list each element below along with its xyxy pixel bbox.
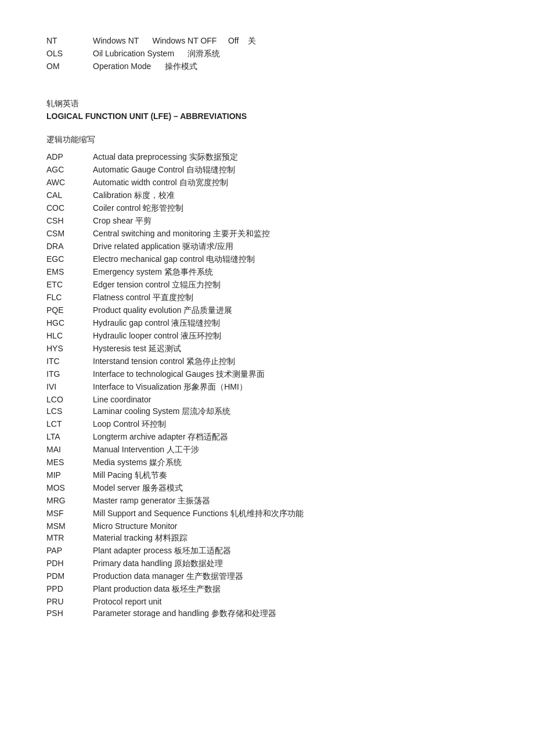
spacer — [46, 73, 488, 85]
abbr-desc: Automatic width control 自动宽度控制 — [93, 177, 488, 189]
abbr-desc: Operation Mode 操作模式 — [93, 60, 488, 73]
abbr-desc: Loop Control 环控制 — [93, 418, 488, 431]
table-row: ITGInterface to technological Gauges 技术测… — [46, 368, 488, 381]
abbr-desc: Media systems 媒介系统 — [93, 456, 488, 469]
table-row: HLCHydraulic looper control 液压环控制 — [46, 330, 488, 343]
table-row: ITCInterstand tension control 紧急停止控制 — [46, 355, 488, 368]
table-row: MOSModel server 服务器模式 — [46, 482, 488, 495]
abbr-code: COC — [46, 202, 93, 215]
abbr-desc: Material tracking 材料跟踪 — [93, 532, 488, 545]
abbr-desc: Hydraulic looper control 液压环控制 — [93, 330, 488, 343]
abbr-code: CSH — [46, 215, 93, 228]
abbr-code: MES — [46, 456, 93, 469]
abbr-code: MIP — [46, 469, 93, 482]
abbr-code: MAI — [46, 444, 93, 456]
table-row: COCCoiler control 蛇形管控制 — [46, 202, 488, 215]
table-row: PAPPlant adapter process 板坯加工适配器 — [46, 545, 488, 557]
abbr-desc: Interface to Visualization 形象界面（HMI） — [93, 381, 488, 394]
table-row: ETCEdger tension control 立辊压力控制 — [46, 279, 488, 291]
abbreviations-table: ADPActual data preprocessing 实际数据预定AGCAu… — [46, 151, 488, 620]
table-row: OM Operation Mode 操作模式 — [46, 60, 488, 73]
table-row: MESMedia systems 媒介系统 — [46, 456, 488, 469]
abbr-code: LCS — [46, 405, 93, 418]
abbr-desc: Central switching and monitoring 主要开关和监控 — [93, 228, 488, 240]
table-row: LCSLaminar cooling System 层流冷却系统 — [46, 405, 488, 418]
abbr-code: HLC — [46, 330, 93, 343]
table-row: AGCAutomatic Gauge Control 自动辊缝控制 — [46, 164, 488, 177]
table-row: MIPMill Pacing 轧机节奏 — [46, 469, 488, 482]
abbr-code: EMS — [46, 266, 93, 279]
abbr-code: ADP — [46, 151, 93, 164]
abbr-desc: Plant adapter process 板坯加工适配器 — [93, 545, 488, 557]
table-row: LCTLoop Control 环控制 — [46, 418, 488, 431]
abbr-code: OM — [46, 60, 93, 73]
abbr-code: CSM — [46, 228, 93, 240]
table-row: AWCAutomatic width control 自动宽度控制 — [46, 177, 488, 189]
abbr-code: MSM — [46, 520, 93, 532]
abbr-code: LCT — [46, 418, 93, 431]
abbr-desc: Protocol report unit — [93, 596, 488, 607]
abbr-code: PPD — [46, 583, 93, 596]
abbr-desc: Product quality evolution 产品质量进展 — [93, 304, 488, 317]
table-row: LTALongterm archive adapter 存档适配器 — [46, 431, 488, 444]
abbr-code: MOS — [46, 482, 93, 495]
section-heading: LOGICAL FUNCTION UNIT (LFE) – ABBREVIATI… — [46, 111, 488, 121]
abbr-desc: Actual data preprocessing 实际数据预定 — [93, 151, 488, 164]
table-row: MSFMill Support and Sequence Functions 轧… — [46, 507, 488, 520]
table-row: MSMMicro Structure Monitor — [46, 520, 488, 532]
abbr-desc: Hydraulic gap control 液压辊缝控制 — [93, 317, 488, 330]
abbr-code: HGC — [46, 317, 93, 330]
table-row: CALCalibration 标度，校准 — [46, 189, 488, 202]
table-row: ADPActual data preprocessing 实际数据预定 — [46, 151, 488, 164]
abbr-desc: Emergency system 紧急事件系统 — [93, 266, 488, 279]
abbr-desc: Calibration 标度，校准 — [93, 189, 488, 202]
abbr-code: ITC — [46, 355, 93, 368]
abbr-desc: Crop shear 平剪 — [93, 215, 488, 228]
table-row: LCOLine coordinator — [46, 394, 488, 405]
abbr-code: IVI — [46, 381, 93, 394]
section-label-2: 逻辑功能缩写 — [46, 135, 488, 145]
table-row: OLS Oil Lubrication System 润滑系统 — [46, 48, 488, 60]
abbr-desc: Production data manager 生产数据管理器 — [93, 570, 488, 583]
abbr-desc: Oil Lubrication System 润滑系统 — [93, 48, 488, 60]
abbr-code: OLS — [46, 48, 93, 60]
table-row: NT Windows NT Windows NT OFF Off 关 — [46, 35, 488, 48]
abbr-code: MTR — [46, 532, 93, 545]
abbr-desc: Longterm archive adapter 存档适配器 — [93, 431, 488, 444]
table-row: PRUProtocol report unit — [46, 596, 488, 607]
abbr-desc: Model server 服务器模式 — [93, 482, 488, 495]
table-row: EGCElectro mechanical gap control 电动辊缝控制 — [46, 253, 488, 266]
abbr-desc: Edger tension control 立辊压力控制 — [93, 279, 488, 291]
section-label-1: 轧钢英语 — [46, 99, 488, 109]
abbr-code: CAL — [46, 189, 93, 202]
abbr-code: ITG — [46, 368, 93, 381]
abbr-code: ETC — [46, 279, 93, 291]
table-row: IVIInterface to Visualization 形象界面（HMI） — [46, 381, 488, 394]
abbr-code: LCO — [46, 394, 93, 405]
abbr-desc: Interface to technological Gauges 技术测量界面 — [93, 368, 488, 381]
table-row: CSMCentral switching and monitoring 主要开关… — [46, 228, 488, 240]
table-row: CSHCrop shear 平剪 — [46, 215, 488, 228]
abbr-code: LTA — [46, 431, 93, 444]
abbr-code: PAP — [46, 545, 93, 557]
abbr-code: PRU — [46, 596, 93, 607]
abbr-desc: Coiler control 蛇形管控制 — [93, 202, 488, 215]
table-row: MAIManual Intervention 人工干涉 — [46, 444, 488, 456]
abbr-code: PSH — [46, 607, 93, 620]
abbr-code: DRA — [46, 240, 93, 253]
table-row: PSHParameter storage and handling 参数存储和处… — [46, 607, 488, 620]
abbr-desc: Interstand tension control 紧急停止控制 — [93, 355, 488, 368]
table-row: MTRMaterial tracking 材料跟踪 — [46, 532, 488, 545]
abbr-desc: Parameter storage and handling 参数存储和处理器 — [93, 607, 488, 620]
abbr-desc: Flatness control 平直度控制 — [93, 291, 488, 304]
abbr-code: NT — [46, 35, 93, 48]
abbr-desc: Hysteresis test 延迟测试 — [93, 343, 488, 355]
abbr-desc: Mill Support and Sequence Functions 轧机维持… — [93, 507, 488, 520]
table-row: MRGMaster ramp generator 主振荡器 — [46, 495, 488, 507]
abbr-desc: Automatic Gauge Control 自动辊缝控制 — [93, 164, 488, 177]
table-row: FLCFlatness control 平直度控制 — [46, 291, 488, 304]
table-row: EMSEmergency system 紧急事件系统 — [46, 266, 488, 279]
abbr-code: EGC — [46, 253, 93, 266]
abbr-code: FLC — [46, 291, 93, 304]
abbr-desc: Micro Structure Monitor — [93, 520, 488, 532]
